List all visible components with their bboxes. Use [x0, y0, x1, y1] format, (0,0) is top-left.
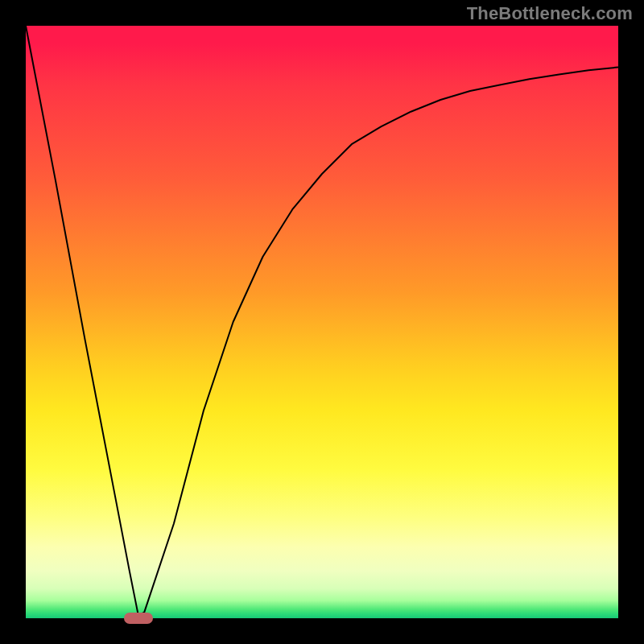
chart-frame: TheBottleneck.com	[0, 0, 644, 644]
plot-area	[26, 26, 618, 618]
curve-path	[26, 26, 618, 615]
watermark: TheBottleneck.com	[467, 3, 633, 24]
sweet-spot-marker	[124, 613, 153, 624]
bottleneck-curve	[26, 26, 618, 618]
